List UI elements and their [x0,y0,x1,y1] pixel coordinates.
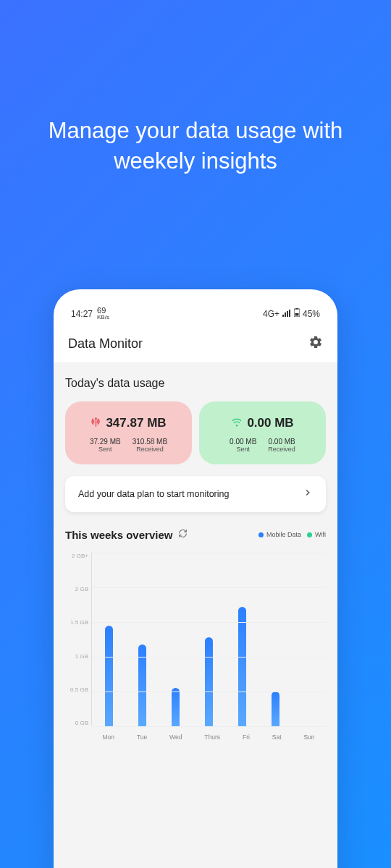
x-label: Sat [272,733,282,741]
weekly-chart: 2 GB+ 2 GB 1.5 GB 1 GB 0.5 GB 0 GB MonTu… [65,553,326,741]
svg-rect-2 [295,313,298,316]
content-area: Today's data usage 347.87 MB 37.29 MB Se… [54,362,337,868]
overview-title: This weeks overview [65,529,172,541]
signal-icon [282,309,291,319]
mobile-total: 347.87 MB [106,416,166,430]
x-label: Wed [169,733,182,741]
battery-icon [294,308,300,319]
status-battery: 45% [303,309,320,319]
legend-mobile: Mobile Data [258,531,301,538]
bar-mon [105,626,113,726]
x-label: Thurs [204,733,220,741]
mobile-received-value: 310.58 MB [133,438,167,446]
mobile-received-label: Received [133,446,167,453]
status-time: 14:27 [71,309,93,319]
bar-thurs [205,637,213,726]
wifi-received-value: 0.00 MB [268,438,295,446]
mobile-sent-value: 37.29 MB [90,438,121,446]
promo-headline: Manage your data usage with weekely insi… [0,0,391,176]
plot-area [91,553,326,726]
wifi-received-label: Received [268,446,295,453]
wifi-sent-label: Sent [230,446,256,453]
legend-dot-blue [258,532,264,537]
x-axis: MonTueWedThursFriSatSun [91,733,326,741]
refresh-icon[interactable] [178,528,188,541]
app-header: Data Monitor [54,323,337,362]
antenna-icon [91,417,101,430]
status-network: 4G+ [263,309,279,319]
today-title: Today's data usage [65,377,326,390]
bar-sat [272,692,279,726]
status-bar: 14:27 69 KB/s 4G+ 45% [54,302,337,323]
x-label: Sun [303,733,314,741]
bar-fri [238,607,246,726]
svg-rect-1 [295,308,298,310]
add-plan-banner[interactable]: Add your data plan to start monitoring [65,476,326,512]
app-title: Data Monitor [68,336,143,352]
plan-banner-text: Add your data plan to start monitoring [78,489,229,499]
x-label: Tue [137,733,147,741]
chevron-right-icon [303,488,313,501]
x-label: Mon [102,733,114,741]
y-axis: 2 GB+ 2 GB 1.5 GB 1 GB 0.5 GB 0 GB [65,553,91,726]
mobile-sent-label: Sent [90,446,121,453]
mobile-data-card[interactable]: 347.87 MB 37.29 MB Sent 310.58 MB Receiv… [65,401,192,464]
chart-legend: Mobile Data Wifi [258,531,326,538]
legend-dot-green [307,532,312,537]
x-label: Fri [243,733,250,741]
phone-mockup: 14:27 69 KB/s 4G+ 45% Data Monitor Today… [54,289,337,868]
legend-wifi: Wifi [307,531,326,538]
gear-icon[interactable] [308,335,323,352]
status-speed: 69 KB/s [97,307,109,320]
wifi-icon [231,416,243,430]
bar-wed [172,688,180,726]
wifi-data-card[interactable]: 0.00 MB 0.00 MB Sent 0.00 MB Received [199,401,326,464]
wifi-sent-value: 0.00 MB [230,438,256,446]
wifi-total: 0.00 MB [247,416,293,430]
